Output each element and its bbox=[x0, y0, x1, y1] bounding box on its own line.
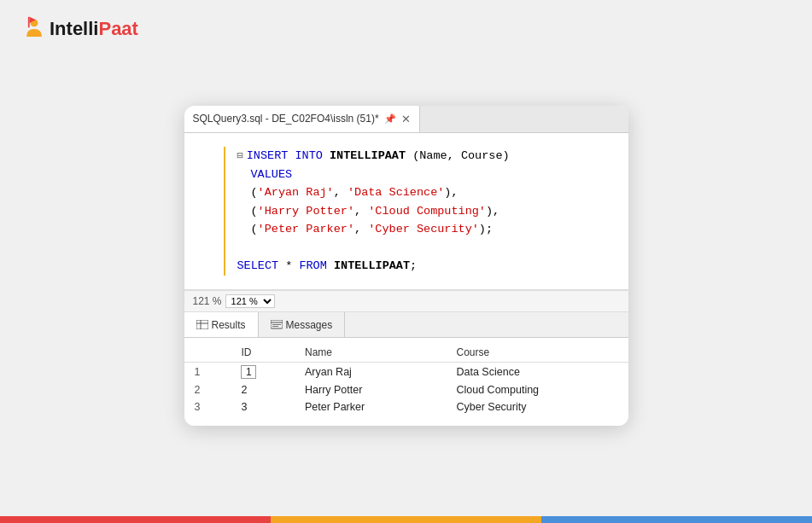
cell-name: Harry Potter bbox=[295, 381, 447, 398]
message-icon bbox=[271, 320, 283, 329]
results-table: ID Name Course 11Aryan RajData Science22… bbox=[184, 345, 628, 415]
logo: IntelliPaat bbox=[20, 15, 138, 43]
code-area: ⊟INSERT INTO INTELLIPAAT (Name, Course) … bbox=[184, 133, 628, 290]
col-header-rownum bbox=[184, 345, 231, 363]
table-row: 11Aryan RajData Science bbox=[184, 363, 628, 382]
cell-name: Aryan Raj bbox=[295, 363, 447, 382]
cell-course: Data Science bbox=[446, 363, 628, 382]
code-line: ('Harry Potter', 'Cloud Computing'), bbox=[237, 202, 628, 221]
pin-icon: 📌 bbox=[384, 113, 396, 125]
tab-messages[interactable]: Messages bbox=[259, 312, 346, 337]
cell-course: Cyber Security bbox=[446, 398, 628, 415]
code-line: ('Peter Parker', 'Cyber Security'); bbox=[237, 220, 628, 239]
zoom-value: 121 % bbox=[193, 295, 222, 307]
result-tabs: Results Messages bbox=[184, 312, 628, 338]
title-bar: SQLQuery3.sql - DE_C02FO4\issln (51)* 📌 … bbox=[184, 106, 628, 133]
tab-label: SQLQuery3.sql - DE_C02FO4\issln (51)* bbox=[193, 113, 379, 125]
cell-name: Peter Parker bbox=[295, 398, 447, 415]
col-header-course: Course bbox=[446, 345, 628, 363]
table-row: 22Harry PotterCloud Computing bbox=[184, 381, 628, 398]
cell-rownum: 2 bbox=[184, 381, 231, 398]
tab-results-label: Results bbox=[212, 319, 246, 331]
close-icon[interactable]: ✕ bbox=[401, 113, 411, 125]
cell-id: 1 bbox=[231, 363, 295, 382]
code-line: ('Aryan Raj', 'Data Science'), bbox=[237, 183, 628, 202]
blank-line bbox=[237, 239, 628, 258]
title-tab[interactable]: SQLQuery3.sql - DE_C02FO4\issln (51)* 📌 … bbox=[184, 106, 420, 132]
logo-intelli: Intelli bbox=[50, 18, 98, 39]
col-header-id: ID bbox=[231, 345, 295, 363]
svg-rect-6 bbox=[271, 320, 283, 328]
table-icon bbox=[196, 320, 208, 329]
bottom-bar-red bbox=[0, 516, 271, 523]
code-content: ⊟INSERT INTO INTELLIPAAT (Name, Course) … bbox=[225, 147, 628, 276]
svg-rect-3 bbox=[196, 320, 208, 329]
logo-paat: Paat bbox=[98, 18, 137, 39]
sql-window: SQLQuery3.sql - DE_C02FO4\issln (51)* 📌 … bbox=[184, 106, 628, 426]
cell-rownum: 3 bbox=[184, 398, 231, 415]
svg-rect-1 bbox=[28, 17, 30, 27]
table-row: 33Peter ParkerCyber Security bbox=[184, 398, 628, 415]
bottom-bar bbox=[0, 516, 812, 523]
cell-rownum: 1 bbox=[184, 363, 231, 382]
table-header-row: ID Name Course bbox=[184, 345, 628, 363]
cell-id: 2 bbox=[231, 381, 295, 398]
code-line: ⊟INSERT INTO INTELLIPAAT (Name, Course) bbox=[237, 147, 628, 166]
zoom-select[interactable]: 100 % 121 % 150 % bbox=[225, 294, 275, 308]
bottom-bar-orange bbox=[271, 516, 541, 523]
code-line: SELECT * FROM INTELLIPAAT; bbox=[237, 257, 628, 276]
cell-course: Cloud Computing bbox=[446, 381, 628, 398]
zoom-bar: 121 % 100 % 121 % 150 % bbox=[184, 290, 628, 312]
bottom-bar-blue bbox=[541, 516, 812, 523]
code-line: VALUES bbox=[237, 166, 628, 184]
tab-results[interactable]: Results bbox=[184, 312, 259, 337]
line-gutter bbox=[191, 147, 225, 276]
col-header-name: Name bbox=[295, 345, 447, 363]
cell-id: 3 bbox=[231, 398, 295, 415]
results-area: ID Name Course 11Aryan RajData Science22… bbox=[184, 338, 628, 426]
tab-messages-label: Messages bbox=[286, 319, 333, 331]
